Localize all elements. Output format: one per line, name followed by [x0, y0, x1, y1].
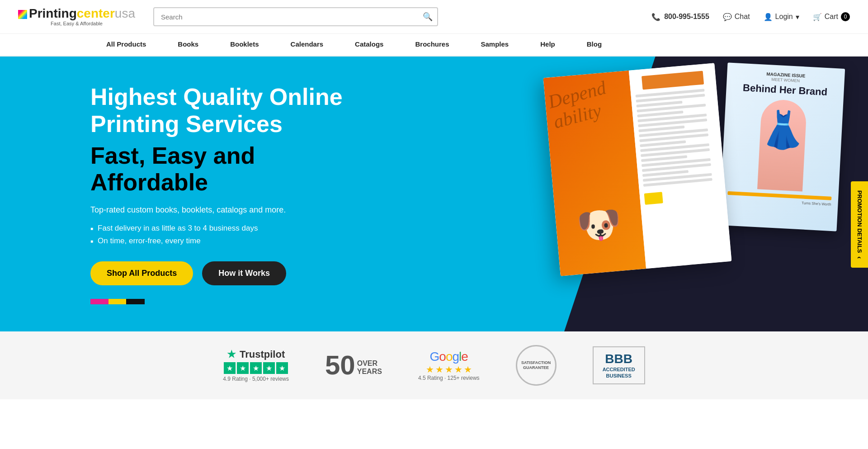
how-it-works-button[interactable]: How it Works [202, 261, 286, 285]
nav-item-booklets[interactable]: Booklets [214, 33, 274, 56]
color-strip [90, 299, 145, 304]
header: Printingcenterusa Fast, Easy & Affordabl… [0, 0, 868, 34]
chat-button[interactable]: 💬 Chat [723, 13, 750, 21]
chat-icon: 💬 [723, 13, 732, 21]
promo-arrow-icon: ‹ [855, 256, 863, 259]
bbb-badge: BBB ACCREDITED BUSINESS [593, 346, 645, 385]
google-badge: Google ★ ★ ★ ★ ★ 4.5 Rating · 125+ revie… [418, 350, 480, 381]
trustpilot-badge: ★ Trustpilot ★ ★ ★ ★ ★ 4.9 Rating · 5,00… [223, 349, 289, 382]
trustpilot-star-1: ★ [224, 362, 236, 374]
nav-item-catalogs[interactable]: Catalogs [339, 33, 399, 56]
book-mockup: Dependability 🐶 [552, 70, 741, 287]
trustpilot-stars: ★ ★ ★ ★ ★ [224, 362, 288, 374]
main-nav: All Products Books Booklets Calendars Ca… [0, 34, 868, 57]
hero-bullet-2: On time, error-free, every time [90, 236, 362, 246]
trust-bar: ★ Trustpilot ★ ★ ★ ★ ★ 4.9 Rating · 5,00… [0, 331, 868, 399]
bbb-text: ACCREDITED BUSINESS [603, 366, 635, 379]
nav-item-help[interactable]: Help [524, 33, 571, 56]
trustpilot-star-3: ★ [250, 362, 262, 374]
book-right-page [629, 63, 732, 269]
google-star-2: ★ [435, 364, 443, 375]
hero-section: Highest Quality Online Printing Services… [0, 57, 868, 331]
hero-description: Top-rated custom books, booklets, catalo… [90, 205, 362, 215]
google-star-4: ★ [454, 364, 462, 375]
google-rating: 4.5 Rating · 125+ reviews [418, 375, 480, 381]
satisfaction-line2: GUARANTEE [521, 365, 551, 370]
nav-item-brochures[interactable]: Brochures [399, 33, 465, 56]
header-actions: 📞 800-995-1555 💬 Chat 👤 Login ▾ 🛒 Cart 0 [651, 12, 850, 21]
trustpilot-star-2: ★ [237, 362, 249, 374]
search-bar: 🔍 [153, 7, 438, 26]
search-input[interactable] [153, 7, 438, 26]
fifty-years-badge: 50 OVER YEARS [325, 352, 382, 379]
hero-bullet-1: Fast delivery in as little as 3 to 4 bus… [90, 224, 362, 233]
logo-tagline: Fast, Easy & Affordable [51, 21, 103, 26]
logo-center: center [77, 6, 115, 20]
phone-number[interactable]: 📞 800-995-1555 [651, 13, 709, 21]
trustpilot-star-4: ★ [263, 362, 275, 374]
hero-buttons: Shop All Products How it Works [90, 261, 362, 285]
google-star-1: ★ [426, 364, 434, 375]
user-icon: 👤 [764, 13, 773, 21]
nav-item-blog[interactable]: Blog [571, 33, 618, 56]
bbb-logo: BBB [605, 352, 632, 366]
hero-content: Highest Quality Online Printing Services… [0, 57, 362, 331]
magazine-figure [757, 99, 807, 192]
phone-icon: 📞 [651, 13, 660, 21]
cart-icon: 🛒 [813, 13, 822, 21]
search-button[interactable]: 🔍 [418, 7, 438, 26]
logo[interactable]: Printingcenterusa Fast, Easy & Affordabl… [18, 7, 135, 26]
trustpilot-star-icon: ★ [227, 349, 236, 360]
book-cursive-text: Dependability [546, 77, 613, 132]
satisfaction-badge: SATISFACTION GUARANTEE [516, 345, 557, 386]
nav-item-books[interactable]: Books [162, 33, 214, 56]
logo-usa: usa [115, 6, 135, 20]
trustpilot-label: Trustpilot [240, 349, 285, 360]
logo-icon [18, 10, 27, 19]
google-stars: ★ ★ ★ ★ ★ [426, 364, 472, 375]
hero-title: Highest Quality Online Printing Services [90, 84, 362, 138]
trustpilot-rating: 4.9 Rating · 5,000+ reviews [223, 376, 289, 382]
cart-badge: 0 [841, 12, 850, 21]
promo-details-tab[interactable]: PROMOTION DETAILS ‹ [851, 181, 868, 268]
nav-item-samples[interactable]: Samples [465, 33, 525, 56]
promo-label: PROMOTION DETAILS [856, 190, 863, 253]
fifty-number: 50 OVER YEARS [325, 352, 382, 379]
nav-item-calendars[interactable]: Calendars [275, 33, 340, 56]
login-button[interactable]: 👤 Login ▾ [764, 13, 799, 21]
satisfaction-line1: SATISFACTION [521, 360, 551, 365]
book-open: Dependability 🐶 [543, 63, 732, 276]
google-logo: Google [430, 350, 468, 364]
search-icon: 🔍 [423, 12, 433, 22]
trustpilot-star-5: ★ [276, 362, 288, 374]
logo-printing: Printing [29, 6, 77, 20]
google-star-3: ★ [445, 364, 453, 375]
shop-all-products-button[interactable]: Shop All Products [90, 261, 193, 285]
bbb-container: BBB ACCREDITED BUSINESS [593, 346, 645, 385]
hero-bullets: Fast delivery in as little as 3 to 4 bus… [90, 224, 362, 246]
magazine-title-text: Behind Her Brand [733, 82, 837, 98]
satisfaction-circle: SATISFACTION GUARANTEE [516, 345, 557, 386]
chevron-down-icon: ▾ [796, 13, 799, 21]
hero-subtitle: Fast, Easy and Affordable [90, 142, 362, 197]
nav-item-all-products[interactable]: All Products [90, 33, 162, 56]
cart-button[interactable]: 🛒 Cart 0 [813, 12, 850, 21]
google-star-5: ★ [464, 364, 472, 375]
book-left-page: Dependability 🐶 [543, 71, 646, 276]
